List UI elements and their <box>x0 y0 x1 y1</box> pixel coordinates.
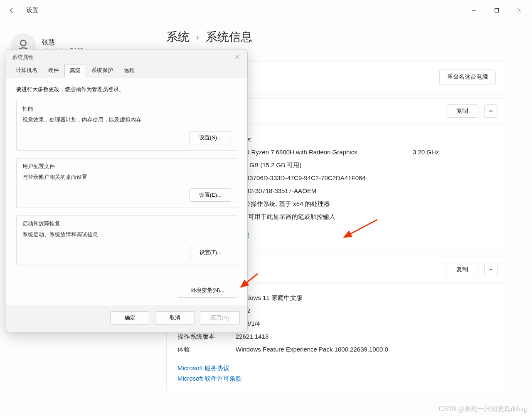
env-variables-button[interactable]: 环境变量(N)... <box>178 283 237 298</box>
spec-value: 22H2 <box>236 307 496 315</box>
maximize-button[interactable] <box>487 4 506 17</box>
titlebar: 设置 <box>0 0 532 21</box>
dialog-tabs: 计算机名 硬件 高级 系统保护 远程 <box>6 64 247 77</box>
apply-button[interactable]: 应用(A) <box>200 311 240 324</box>
app-title: 设置 <box>27 7 38 14</box>
breadcrumb-current: 系统信息 <box>206 29 252 45</box>
back-button[interactable] <box>3 2 20 19</box>
cancel-button[interactable]: 取消 <box>155 311 195 324</box>
startup-desc: 系统启动、系统故障和调试信息 <box>22 231 231 238</box>
link-ms-agreement[interactable]: Microsoft 服务协议 <box>177 364 496 372</box>
spec-value: 22621.1413 <box>236 333 496 341</box>
user-profile-group: 用户配置文件 与登录帐户相关的桌面设置 设置(E)... <box>16 158 237 208</box>
copy-device-button[interactable]: 复制 <box>446 104 478 118</box>
perf-settings-button[interactable]: 设置(S)... <box>190 131 231 144</box>
spec-value: 2023/1/4 <box>236 320 496 328</box>
startup-title: 启动和故障恢复 <box>22 220 231 228</box>
tab-remote[interactable]: 远程 <box>118 64 140 77</box>
spec-value-extra: 3.20 GHz <box>413 149 496 156</box>
profile-title: 用户配置文件 <box>22 163 231 170</box>
breadcrumb-parent[interactable]: 系统 <box>166 29 190 45</box>
profile-desc: 与登录帐户相关的桌面设置 <box>22 173 231 181</box>
spec-row: 体验Windows Feature Experience Pack 1000.2… <box>177 343 496 356</box>
spec-value: AMD Ryzen 7 6800H with Radeon Graphics <box>236 149 413 156</box>
spec-value: Windows 11 家庭中文版 <box>236 294 496 302</box>
spec-value: unset <box>236 136 496 144</box>
tab-system-protect[interactable]: 系统保护 <box>86 64 118 77</box>
spec-value: 10342-30718-33517-AAOEM <box>236 187 496 195</box>
spec-value: 没有可用于此显示器的笔或触控输入 <box>236 213 496 221</box>
spec-label: 体验 <box>177 346 236 354</box>
tab-advanced[interactable]: 高级 <box>64 64 86 77</box>
chevron-up-icon[interactable] <box>484 263 498 276</box>
startup-settings-button[interactable]: 设置(T)... <box>190 246 231 259</box>
breadcrumb-sep: › <box>196 32 199 42</box>
spec-value: 64 位操作系统, 基于 x64 的处理器 <box>236 200 496 208</box>
breadcrumb: 系统 › 系统信息 <box>166 29 507 45</box>
profile-settings-button[interactable]: 设置(E)... <box>190 188 231 202</box>
admin-note: 要进行大多数更改，您必须作为管理员登录。 <box>16 86 237 93</box>
startup-group: 启动和故障恢复 系统启动、系统故障和调试信息 设置(T)... <box>16 215 237 265</box>
spec-label: 操作系统版本 <box>177 333 236 341</box>
perf-title: 性能 <box>22 105 231 113</box>
system-properties-dialog: 系统属性 计算机名 硬件 高级 系统保护 远程 要进行大多数更改，您必须作为管理… <box>6 49 248 332</box>
watermark: CSDN @杀死一只知更鸟debug <box>438 405 527 414</box>
user-name: 张慧 <box>42 38 95 47</box>
minimize-button[interactable] <box>465 4 484 17</box>
ok-button[interactable]: 确定 <box>110 311 150 324</box>
close-button[interactable] <box>510 4 529 17</box>
dialog-title: 系统属性 <box>12 54 34 61</box>
copy-windows-button[interactable]: 复制 <box>446 263 478 276</box>
svg-point-4 <box>20 40 26 46</box>
spec-value: Windows Feature Experience Pack 1000.226… <box>236 346 496 354</box>
rename-pc-button[interactable]: 重命名这台电脑 <box>439 69 496 84</box>
spec-value: 10033706D-333D-47C9-94C2-70C2DA41F064 <box>236 174 496 182</box>
spec-value: 16.0 GB (15.2 GB 可用) <box>236 161 496 169</box>
link-ms-license[interactable]: Microsoft 软件许可条款 <box>177 375 496 383</box>
svg-rect-1 <box>495 9 499 12</box>
tab-hardware[interactable]: 硬件 <box>43 64 64 77</box>
tab-computer-name[interactable]: 计算机名 <box>10 64 43 77</box>
performance-group: 性能 视觉效果，处理器计划，内存使用，以及虚拟内存 设置(S)... <box>16 101 237 151</box>
dialog-close-button[interactable] <box>233 54 241 61</box>
perf-desc: 视觉效果，处理器计划，内存使用，以及虚拟内存 <box>22 116 231 124</box>
chevron-up-icon[interactable] <box>484 104 498 118</box>
